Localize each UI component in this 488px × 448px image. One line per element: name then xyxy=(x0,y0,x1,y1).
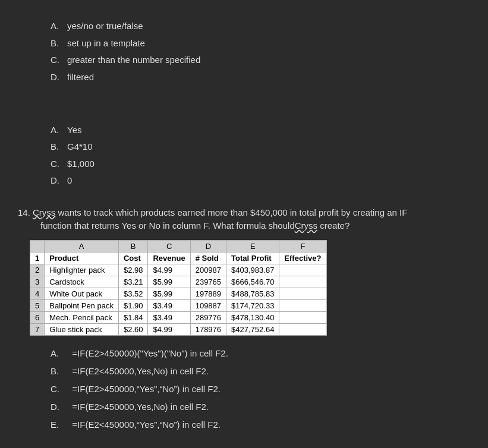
option-text: =IF(E2>450000)("Yes")("No") in cell F2. xyxy=(67,345,228,362)
q12-option-d: D.filtered xyxy=(51,69,470,86)
row-num: 4 xyxy=(30,288,45,299)
cell-b: $3.21 xyxy=(118,276,148,288)
cell-d: 197889 xyxy=(190,288,226,299)
cell-f xyxy=(279,276,326,288)
option-letter: E. xyxy=(51,416,67,434)
cell-b: $2.98 xyxy=(118,264,148,276)
question-14: 14. Cryss wants to track which products … xyxy=(18,206,470,434)
q12-option-b: B.set up in a template xyxy=(51,35,470,52)
option-letter: C. xyxy=(51,156,67,173)
option-letter: C. xyxy=(51,380,67,398)
col-header-d: D xyxy=(190,240,226,252)
cell-a: White Out pack xyxy=(45,288,119,299)
q12-option-c: C.greater than the number specified xyxy=(51,52,470,69)
cell-f xyxy=(279,311,326,323)
option-letter: B. xyxy=(51,362,67,380)
cell-e: $666,546.70 xyxy=(226,276,279,288)
table-row: 1 Product Cost Revenue # Sold Total Prof… xyxy=(30,252,327,264)
cell-c: $5.99 xyxy=(148,276,190,288)
cell-b: $2.60 xyxy=(118,323,148,335)
cell-b: Cost xyxy=(118,252,148,264)
option-letter: D. xyxy=(51,172,67,190)
row-num: 3 xyxy=(30,276,45,288)
spreadsheet-container: A B C D E F 1 Product Cost Revenue # Sol… xyxy=(30,240,327,336)
question-12: A.yes/no or true/falseB.set up in a temp… xyxy=(18,18,470,86)
option-letter: B. xyxy=(51,138,67,156)
table-row: 7 Glue stick pack $2.60 $4.99 178976 $42… xyxy=(30,323,327,335)
q13-text xyxy=(18,102,470,116)
cell-a: Highlighter pack xyxy=(45,264,119,276)
cell-f xyxy=(279,288,326,299)
cell-e: Total Profit xyxy=(226,252,279,264)
cell-c: $5.99 xyxy=(148,288,190,299)
q14-options: A. =IF(E2>450000)("Yes")("No") in cell F… xyxy=(51,345,470,434)
cell-a: Mech. Pencil pack xyxy=(45,311,119,323)
cell-c: $3.49 xyxy=(148,311,190,323)
option-letter: B. xyxy=(51,35,67,52)
q14-body-1: wants to track which products earned mor… xyxy=(55,207,407,217)
cell-d: 109887 xyxy=(190,299,226,311)
option-text: 0 xyxy=(67,172,72,190)
q12-options: A.yes/no or true/falseB.set up in a temp… xyxy=(51,18,470,86)
cell-f xyxy=(279,323,326,335)
cell-b: $1.84 xyxy=(118,311,148,323)
option-text: =IF(E2<450000,Yes,No) in cell F2. xyxy=(67,362,209,380)
option-text: $1,000 xyxy=(67,156,95,173)
col-header-a: A xyxy=(45,240,119,252)
cell-b: $1.90 xyxy=(118,299,148,311)
option-text: yes/no or true/false xyxy=(67,18,143,35)
cell-e: $427,752.64 xyxy=(226,323,279,335)
cell-a: Glue stick pack xyxy=(45,323,119,335)
q14-indent: function that returns Yes or No in colum… xyxy=(40,219,295,233)
q14-option-d: D. =IF(E2>450000,Yes,No) in cell F2. xyxy=(51,398,470,416)
q14-cryss-2: Cryss xyxy=(295,220,317,231)
table-row: 5 Ballpoint Pen pack $1.90 $3.49 109887 … xyxy=(30,299,327,311)
row-num: 5 xyxy=(30,299,45,311)
question-13: A.YesB.G4*10C.$1,000D.0 xyxy=(18,102,470,190)
cell-a: Product xyxy=(45,252,119,264)
row-num: 2 xyxy=(30,264,45,276)
q14-option-a: A. =IF(E2>450000)("Yes")("No") in cell F… xyxy=(51,345,470,362)
q14-number: 14. xyxy=(18,207,33,217)
cell-e: $478,130.40 xyxy=(226,311,279,323)
q13-option-c: C.$1,000 xyxy=(51,156,470,173)
cell-b: $3.52 xyxy=(118,288,148,299)
cell-d: 289776 xyxy=(190,311,226,323)
q14-option-c: C. =IF(E2>450000,“Yes”,“No”) in cell F2. xyxy=(51,380,470,398)
cell-e: $403,983.87 xyxy=(226,264,279,276)
option-letter: A. xyxy=(51,122,67,139)
q14-option-e: E. =IF(E2<450000,“Yes”,“No”) in cell F2. xyxy=(51,416,470,434)
cell-a: Cardstock xyxy=(45,276,119,288)
cell-e: $174,720.33 xyxy=(226,299,279,311)
q13-option-b: B.G4*10 xyxy=(51,138,470,156)
option-text: =IF(E2<450000,“Yes”,“No”) in cell F2. xyxy=(67,416,221,434)
q14-text: 14. Cryss wants to track which products … xyxy=(18,206,470,233)
option-text: =IF(E2>450000,Yes,No) in cell F2. xyxy=(67,398,209,416)
q12-option-a: A.yes/no or true/false xyxy=(51,18,470,35)
cell-f xyxy=(279,264,326,276)
cell-c: Revenue xyxy=(148,252,190,264)
option-letter: A. xyxy=(51,18,67,35)
q14-cryss-1: Cryss xyxy=(33,207,55,217)
col-header-row: A B C D E F xyxy=(30,240,327,252)
col-header-f: F xyxy=(279,240,326,252)
row-num: 7 xyxy=(30,323,45,335)
q13-option-a: A.Yes xyxy=(51,122,470,139)
row-num: 1 xyxy=(30,252,45,264)
table-row: 4 White Out pack $3.52 $5.99 197889 $488… xyxy=(30,288,327,299)
option-text: Yes xyxy=(67,122,81,139)
option-text: =IF(E2>450000,“Yes”,“No”) in cell F2. xyxy=(67,380,221,398)
option-letter: D. xyxy=(51,69,67,86)
cell-a: Ballpoint Pen pack xyxy=(45,299,119,311)
option-letter: D. xyxy=(51,398,67,416)
cell-d: 239765 xyxy=(190,276,226,288)
option-text: G4*10 xyxy=(67,138,93,156)
option-text: set up in a template xyxy=(67,35,145,52)
cell-d: # Sold xyxy=(190,252,226,264)
table-row: 3 Cardstock $3.21 $5.99 239765 $666,546.… xyxy=(30,276,327,288)
cell-e: $488,785.83 xyxy=(226,288,279,299)
option-text: filtered xyxy=(67,69,94,86)
cell-c: $3.49 xyxy=(148,299,190,311)
cell-c: $4.99 xyxy=(148,323,190,335)
col-header-b: B xyxy=(118,240,148,252)
